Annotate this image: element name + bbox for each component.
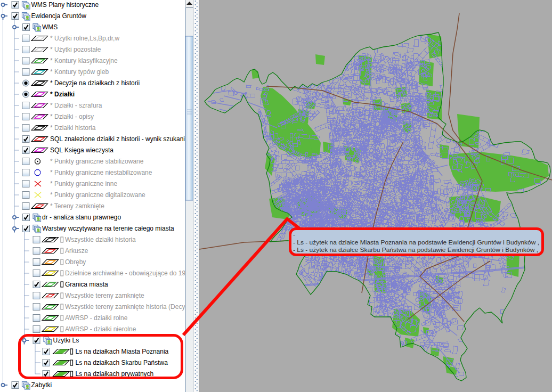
svg-text:AWRSP - działki rolne: AWRSP - działki rolne: [65, 314, 128, 322]
svg-text:Wszystkie tereny zamknięte his: Wszystkie tereny zamknięte historia (Dec…: [65, 303, 196, 311]
svg-text:WMS Plany historyczne: WMS Plany historyczne: [31, 1, 99, 9]
svg-text:- Ls - użytek na działce Miast: - Ls - użytek na działce Miasta Poznania…: [293, 239, 539, 246]
svg-text:* Działki historia: * Działki historia: [50, 124, 96, 132]
svg-text:Zabytki: Zabytki: [31, 381, 52, 389]
svg-text:* Kontury klasyfikacyjne: * Kontury klasyfikacyjne: [50, 57, 118, 64]
svg-text:* Punkty graniczne stabilizowa: * Punkty graniczne stabilizowane: [50, 158, 144, 165]
svg-text:Warstwy wczytywane na terenie: Warstwy wczytywane na terenie całego mia…: [42, 225, 174, 232]
svg-text:Obręby: Obręby: [65, 258, 86, 266]
svg-text:AWRSP - działki nierolne: AWRSP - działki nierolne: [65, 325, 136, 333]
svg-text:* Działki - opisy: * Działki - opisy: [50, 113, 94, 120]
svg-text:Wszystkie tereny zamknięte: Wszystkie tereny zamknięte: [65, 292, 144, 299]
svg-text:SQL Księga wieczysta: SQL Księga wieczysta: [50, 146, 113, 154]
svg-text:Arkusze: Arkusze: [65, 247, 88, 255]
svg-text:* Działki: * Działki: [50, 91, 75, 98]
svg-text:* Tereny zamknięte: * Tereny zamknięte: [50, 202, 104, 210]
svg-text:Wszystkie działki historia: Wszystkie działki historia: [65, 236, 136, 243]
svg-text:* Punkty graniczne digitalizow: * Punkty graniczne digitalizowane: [50, 191, 145, 199]
svg-text:* Punkty graniczne inne: * Punkty graniczne inne: [50, 180, 117, 187]
svg-text:* Działki - szrafura: * Działki - szrafura: [50, 102, 102, 109]
svg-text:Ewidencja Gruntów: Ewidencja Gruntów: [31, 12, 87, 20]
svg-text:Dzielnice archiwalne - obowiąz: Dzielnice archiwalne - obowiązujące do 1…: [65, 270, 193, 277]
svg-text:SQL znalezione działki z histo: SQL znalezione działki z historii - wyni…: [50, 135, 189, 143]
svg-text:- Ls - użytek na działce Skarb: - Ls - użytek na działce Skarbu Państwa …: [293, 247, 538, 253]
svg-text:* Użytki rolne,Ls,Bp,dr,w: * Użytki rolne,Ls,Bp,dr,w: [50, 35, 119, 42]
svg-text:* Użytki pozostałe: * Użytki pozostałe: [50, 46, 101, 53]
svg-text:* Kontury typów gleb: * Kontury typów gleb: [50, 68, 109, 76]
svg-text:-: -: [293, 231, 295, 238]
svg-text:Ls na działkach Miasta Poznani: Ls na działkach Miasta Poznania: [76, 348, 169, 355]
svg-text:dr - analiza stanu prawnego: dr - analiza stanu prawnego: [42, 214, 121, 221]
svg-text:WMS: WMS: [42, 23, 58, 31]
svg-text:Ls na działkach Skarbu Państwa: Ls na działkach Skarbu Państwa: [76, 359, 168, 366]
svg-text:* Decyzje na działkach z histo: * Decyzje na działkach z historii: [50, 79, 140, 87]
svg-text:Granica miasta: Granica miasta: [65, 281, 108, 288]
svg-text:* Punkty graniczne niestabiliz: * Punkty graniczne niestabilizowane: [50, 169, 152, 176]
svg-text:Użytki Ls: Użytki Ls: [53, 337, 79, 344]
